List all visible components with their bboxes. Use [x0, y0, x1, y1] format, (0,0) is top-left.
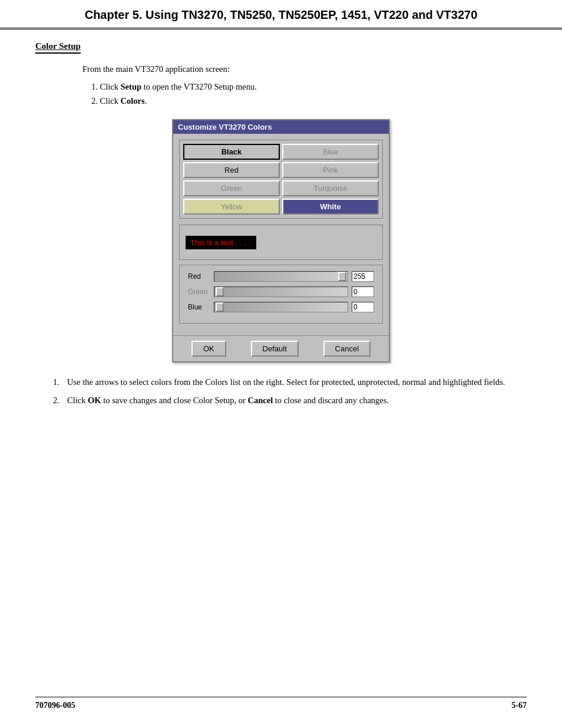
preview-text-box: This is a test . . . .: [186, 236, 256, 249]
instruction-2-num: 2.: [53, 394, 65, 407]
preview-section: This is a test . . . .: [179, 225, 383, 260]
instruction-1: 1. Use the arrows to select colors from …: [53, 375, 527, 389]
footer-page-number: 5-67: [511, 701, 527, 710]
dialog-titlebar: Customize VT3270 Colors: [173, 120, 389, 134]
color-button-blue[interactable]: Blue: [282, 144, 379, 160]
instruction-2: 2. Click OK to save changes and close Co…: [53, 394, 527, 407]
blue-slider-value: 0: [352, 302, 374, 312]
content-area: Color Setup From the main VT3270 applica…: [0, 35, 562, 447]
step-1: 1. Click Setup to open the VT3270 Setup …: [91, 80, 527, 94]
blue-slider-label: Blue: [188, 303, 210, 311]
green-slider-label: Green: [188, 288, 210, 296]
intro-line: From the main VT3270 application screen:: [82, 63, 527, 76]
page-header: Chapter 5. Using TN3270, TN5250, TN5250E…: [0, 0, 562, 29]
color-button-white[interactable]: White: [282, 199, 379, 215]
chapter-title: Chapter 5. Using TN3270, TN5250, TN5250E…: [24, 8, 538, 22]
red-slider-row: Red 255: [188, 271, 374, 282]
color-button-pink[interactable]: Pink: [282, 162, 379, 178]
color-button-yellow[interactable]: Yellow: [183, 199, 280, 215]
customize-colors-dialog: Customize VT3270 Colors Black Blue Red P…: [172, 119, 390, 363]
intro-text: From the main VT3270 application screen:: [82, 64, 230, 74]
instruction-2-text: Click OK to save changes and close Color…: [67, 394, 527, 407]
ok-button[interactable]: OK: [191, 341, 226, 357]
red-slider-label: Red: [188, 272, 210, 281]
green-slider-value: 0: [352, 286, 374, 297]
green-slider-thumb[interactable]: [216, 287, 224, 297]
blue-slider-row: Blue 0: [188, 302, 374, 312]
color-button-black[interactable]: Black: [183, 144, 280, 160]
preview-text: This is a test . . . .: [190, 238, 250, 247]
dialog-container: Customize VT3270 Colors Black Blue Red P…: [35, 119, 527, 363]
intro-steps: 1. Click Setup to open the VT3270 Setup …: [91, 80, 527, 108]
instruction-1-text: Use the arrows to select colors from the…: [67, 375, 527, 389]
color-button-turquoise[interactable]: Turquoise: [282, 180, 379, 196]
dialog-body: Black Blue Red Pink Green Turquoise Yell…: [173, 134, 389, 335]
red-slider-thumb[interactable]: [338, 272, 346, 281]
red-slider-track[interactable]: [214, 271, 348, 282]
instruction-1-num: 1.: [53, 375, 65, 389]
footer-instructions: 1. Use the arrows to select colors from …: [35, 375, 527, 407]
color-button-red[interactable]: Red: [183, 162, 280, 178]
blue-slider-track[interactable]: [214, 302, 348, 312]
section-title: Color Setup: [35, 41, 81, 54]
color-grid: Black Blue Red Pink Green Turquoise Yell…: [179, 140, 383, 219]
green-slider-track[interactable]: [214, 286, 348, 297]
step-2: 2. Click Colors.: [91, 94, 527, 108]
blue-slider-thumb[interactable]: [216, 302, 224, 312]
color-button-green[interactable]: Green: [183, 180, 280, 196]
green-slider-row: Green 0: [188, 286, 374, 297]
cancel-button[interactable]: Cancel: [323, 341, 371, 357]
footer-doc-number: 707096-005: [35, 701, 75, 710]
page-footer: 707096-005 5-67: [35, 697, 527, 710]
red-slider-value: 255: [352, 271, 374, 282]
dialog-buttons: OK Default Cancel: [173, 335, 389, 361]
default-button[interactable]: Default: [251, 341, 299, 357]
sliders-section: Red 255 Green: [179, 265, 383, 324]
